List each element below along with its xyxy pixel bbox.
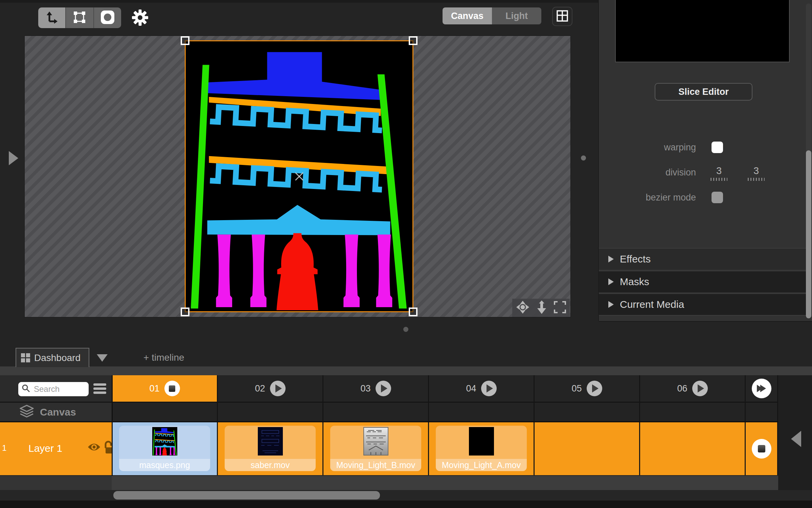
search-input[interactable] [33, 384, 82, 394]
dashboard-grid-icon [21, 353, 30, 362]
move-tool-button[interactable] [38, 7, 66, 28]
media-thumbnail [469, 427, 494, 457]
division-x-value: 3 [710, 165, 727, 176]
grid-footer-strip [0, 476, 778, 490]
fast-forward-column[interactable] [746, 375, 778, 402]
slice-editor-button[interactable]: Slice Editor [655, 83, 752, 101]
division-y-ticks [748, 178, 765, 181]
add-timeline-button[interactable]: + timeline [143, 352, 184, 363]
canvas-row-label: Canvas [40, 406, 76, 418]
corner-handle-top-left[interactable] [181, 36, 189, 45]
canvas-cell[interactable] [746, 403, 778, 421]
warping-checkbox[interactable] [712, 142, 723, 153]
current-media-section-label: Current Media [620, 299, 684, 310]
division-x-ticks [710, 178, 727, 181]
canvas-cell[interactable] [535, 403, 640, 421]
column-label: 04 [466, 383, 476, 394]
fast-forward-icon[interactable] [752, 379, 771, 398]
corner-handle-top-right[interactable] [409, 36, 418, 45]
column-header-03[interactable]: 03 [323, 375, 429, 402]
column-header-01[interactable]: 01 [112, 375, 218, 402]
settings-gear-icon[interactable] [131, 9, 149, 26]
bezier-mode-label: bezier mode [615, 192, 696, 203]
column-label: 01 [149, 383, 159, 394]
warping-label: warping [615, 142, 696, 153]
empty-cell[interactable] [535, 422, 640, 475]
play-column-icon[interactable] [376, 381, 391, 396]
view-toggle-light[interactable]: Light [492, 7, 541, 24]
media-card: saber.mov [225, 426, 316, 471]
viewport-tools-tray [512, 299, 570, 317]
canvas-cell[interactable] [429, 403, 535, 421]
layer-stop-cell[interactable] [746, 422, 778, 475]
masks-section-header[interactable]: Masks [599, 271, 806, 292]
effects-disclosure-triangle-icon [608, 256, 614, 262]
mask-tool-icon [100, 10, 115, 26]
projection-surface[interactable] [185, 40, 413, 312]
pan-view-icon[interactable] [516, 300, 530, 316]
layer-name[interactable]: Layer 1 [28, 443, 62, 454]
panel-resize-dot-right[interactable] [581, 155, 586, 161]
expand-left-panel-arrow[interactable] [9, 151, 18, 165]
media-cell-masques[interactable]: masques.png [112, 422, 218, 475]
tab-band [0, 366, 812, 375]
canvas-viewport[interactable] [24, 36, 571, 317]
window-layout-button[interactable] [552, 7, 572, 26]
effects-section-header[interactable]: Effects [599, 248, 806, 270]
timeline-scrollbar-thumb[interactable] [113, 491, 380, 500]
column-label: 03 [360, 383, 370, 394]
grid-left-divider [112, 375, 113, 490]
canvas-row-header[interactable]: Canvas [0, 403, 112, 421]
layer-stop-icon[interactable] [752, 439, 771, 459]
panel-resize-dot-bottom[interactable] [403, 327, 408, 332]
layers-stack-icon [19, 405, 35, 420]
division-x-field[interactable]: 3 [710, 165, 727, 181]
tab-dashboard[interactable]: Dashboard [16, 348, 89, 367]
canvas-cell[interactable] [218, 403, 323, 421]
play-column-icon[interactable] [481, 381, 497, 396]
grid-footer-strip-left [0, 476, 112, 490]
move-tool-icon [45, 11, 58, 25]
media-thumbnail [258, 427, 283, 457]
column-header-04[interactable]: 04 [429, 375, 535, 402]
stop-column-icon[interactable] [164, 381, 180, 396]
dashboard-tab-dropdown-caret[interactable] [97, 354, 108, 362]
bezier-mode-checkbox[interactable] [712, 192, 723, 203]
play-column-icon[interactable] [587, 381, 602, 396]
masks-disclosure-triangle-icon [608, 278, 614, 285]
view-toggle-canvas[interactable]: Canvas [443, 7, 492, 24]
fullscreen-icon[interactable] [554, 301, 566, 315]
media-cell-moving-light-a[interactable]: Moving_Light_A.mov [429, 422, 535, 475]
column-header-06[interactable]: 06 [640, 375, 746, 402]
division-y-field[interactable]: 3 [748, 165, 765, 181]
tool-segmented-control [38, 7, 121, 28]
grid-layout-icon [556, 10, 568, 23]
mask-tool-button[interactable] [94, 7, 121, 28]
search-box[interactable] [18, 382, 89, 396]
list-menu-icon[interactable] [93, 383, 106, 396]
media-filename: saber.mov [225, 459, 316, 471]
canvas-cell[interactable] [640, 403, 746, 421]
right-panel-scrollbar-thumb[interactable] [806, 150, 811, 318]
transform-tool-button[interactable] [66, 7, 94, 28]
corner-handle-bottom-left[interactable] [181, 308, 189, 316]
column-header-05[interactable]: 05 [535, 375, 640, 402]
media-cell-saber[interactable]: saber.mov [218, 422, 323, 475]
masks-section-label: Masks [620, 276, 649, 288]
canvas-cell[interactable] [112, 403, 218, 421]
current-media-section-header[interactable]: Current Media [599, 293, 806, 316]
dashboard-tab-label: Dashboard [34, 353, 81, 363]
play-column-icon[interactable] [270, 381, 286, 396]
canvas-cell[interactable] [323, 403, 429, 421]
media-filename: Moving_Light_A.mov [436, 459, 527, 471]
column-header-02[interactable]: 02 [218, 375, 323, 402]
layer-row-header[interactable]: 1 Layer 1 [0, 422, 112, 475]
corner-handle-bottom-right[interactable] [409, 308, 418, 316]
play-column-icon[interactable] [692, 381, 708, 396]
collapse-right-panel-arrow[interactable] [791, 431, 801, 447]
media-cell-moving-light-b[interactable]: Moving_Light_B.mov [323, 422, 429, 475]
empty-cell[interactable] [640, 422, 746, 475]
layer-visibility-eye-icon[interactable] [87, 443, 101, 453]
fit-height-icon[interactable] [536, 300, 547, 315]
division-y-value: 3 [748, 165, 765, 176]
